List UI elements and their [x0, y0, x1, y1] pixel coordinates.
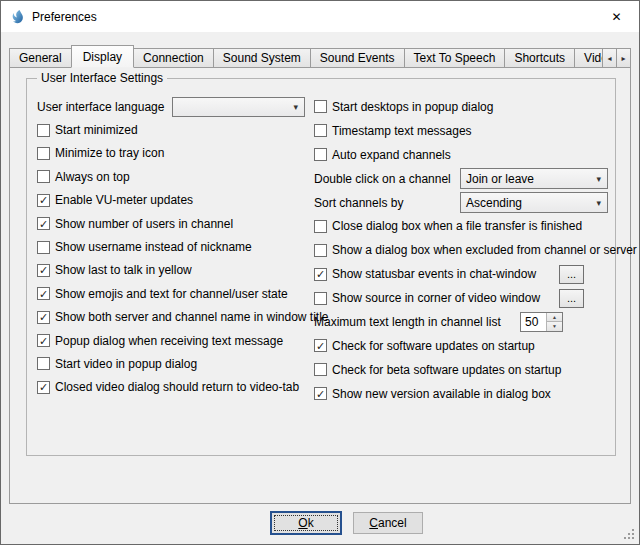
checkbox-box[interactable]: ✓: [314, 387, 327, 400]
checkbox-label: Show number of users in channel: [55, 217, 233, 231]
checkbox-enable-vu-meter[interactable]: ✓ Enable VU-meter updates: [37, 189, 305, 212]
checkbox-label: Check for beta software updates on start…: [332, 363, 561, 377]
checkbox-box[interactable]: [37, 170, 50, 183]
app-icon: [10, 9, 26, 25]
checkbox-box[interactable]: ✓: [37, 194, 50, 207]
checkbox-box[interactable]: ✓: [37, 334, 50, 347]
checkbox-box[interactable]: [314, 244, 327, 257]
checkbox-box[interactable]: ✓: [314, 268, 327, 281]
resize-grip-icon[interactable]: [624, 529, 635, 540]
language-combobox[interactable]: ▾: [172, 97, 305, 117]
checkbox-label: Show last to talk in yellow: [55, 263, 192, 277]
checkbox-box[interactable]: ✓: [37, 381, 50, 394]
checkbox-box[interactable]: ✓: [37, 217, 50, 230]
language-row: User interface language ▾: [37, 95, 305, 118]
checkbox-box[interactable]: [314, 100, 327, 113]
checkbox-box[interactable]: ✓: [314, 339, 327, 352]
spin-down-button[interactable]: ▼: [547, 322, 562, 331]
checkbox-box[interactable]: [314, 124, 327, 137]
language-label: User interface language: [37, 100, 164, 114]
checkbox-new-version-dialog[interactable]: ✓ Show new version available in dialog b…: [314, 382, 608, 406]
checkbox-label: Auto expand channels: [332, 148, 451, 162]
checkbox-label: Show both server and channel name in win…: [55, 310, 329, 324]
checkbox-box[interactable]: [314, 363, 327, 376]
group-title: User Interface Settings: [37, 71, 167, 85]
checkbox-show-username[interactable]: Show username instead of nickname: [37, 235, 305, 258]
checkbox-box[interactable]: [314, 292, 327, 305]
max-text-length-row: Maximum text length in channel list 50 ▲…: [314, 310, 608, 334]
checkbox-server-channel-title[interactable]: ✓ Show both server and channel name in w…: [37, 306, 305, 329]
chevron-down-icon: ▾: [590, 174, 607, 184]
checkbox-box[interactable]: ✓: [37, 311, 50, 324]
checkbox-minimize-to-tray[interactable]: Minimize to tray icon: [37, 142, 305, 165]
checkbox-box[interactable]: [37, 357, 50, 370]
checkbox-show-user-count[interactable]: ✓ Show number of users in channel: [37, 212, 305, 235]
spinner-buttons: ▲ ▼: [546, 313, 562, 331]
checkbox-popup-text-message[interactable]: ✓ Popup dialog when receiving text messa…: [37, 329, 305, 352]
tab-scroll-right-button[interactable]: ▸: [616, 48, 631, 68]
tab-text-to-speech[interactable]: Text To Speech: [404, 48, 506, 68]
checkbox-box[interactable]: [37, 147, 50, 160]
chevron-down-icon: ▾: [590, 198, 607, 208]
checkbox-label: Enable VU-meter updates: [55, 193, 193, 207]
spin-up-button[interactable]: ▲: [547, 313, 562, 322]
checkbox-check-beta-updates[interactable]: Check for beta software updates on start…: [314, 358, 608, 382]
checkbox-last-to-talk[interactable]: ✓ Show last to talk in yellow: [37, 259, 305, 282]
video-source-more-button[interactable]: ...: [559, 289, 584, 308]
checkbox-timestamp-messages[interactable]: Timestamp text messages: [314, 119, 608, 143]
tab-connection[interactable]: Connection: [133, 48, 214, 68]
statusbar-events-more-button[interactable]: ...: [559, 265, 584, 284]
checkbox-start-video-popup[interactable]: Start video in popup dialog: [37, 352, 305, 375]
checkbox-show-emojis[interactable]: ✓ Show emojis and text for channel/user …: [37, 282, 305, 305]
max-text-length-spinner[interactable]: 50 ▲ ▼: [520, 312, 563, 332]
checkbox-box[interactable]: [314, 148, 327, 161]
checkbox-auto-expand-channels[interactable]: Auto expand channels: [314, 143, 608, 167]
user-interface-settings-group: User Interface Settings User interface l…: [26, 78, 616, 456]
checkbox-box[interactable]: [314, 220, 327, 233]
combobox-value: Ascending: [461, 196, 590, 210]
checkbox-start-desktops-popup[interactable]: Start desktops in popup dialog: [314, 95, 608, 119]
max-text-length-label: Maximum text length in channel list: [314, 315, 501, 329]
title-bar[interactable]: Preferences ✕: [1, 1, 639, 32]
sort-channels-combobox[interactable]: Ascending ▾: [460, 192, 608, 213]
tab-general[interactable]: General: [9, 48, 72, 68]
checkbox-label: Start minimized: [55, 123, 138, 137]
double-click-row: Double click on a channel Join or leave …: [314, 167, 608, 191]
checkbox-label: Show new version available in dialog box: [332, 387, 551, 401]
checkbox-label: Always on top: [55, 170, 130, 184]
close-button[interactable]: ✕: [594, 1, 639, 32]
checkbox-always-on-top[interactable]: Always on top: [37, 165, 305, 188]
checkbox-box[interactable]: [37, 241, 50, 254]
checkbox-label: Minimize to tray icon: [55, 146, 164, 160]
left-column: User interface language ▾ Start minimize…: [37, 95, 305, 399]
tab-scrollers: ◂ ▸: [603, 48, 631, 68]
ok-button[interactable]: Ok: [271, 512, 341, 534]
checkbox-label: Closed video dialog should return to vid…: [55, 380, 299, 394]
double-click-combobox[interactable]: Join or leave ▾: [460, 168, 608, 189]
checkbox-close-file-transfer[interactable]: Close dialog box when a file transfer is…: [314, 214, 608, 238]
checkbox-box[interactable]: ✓: [37, 264, 50, 277]
checkbox-check-updates[interactable]: ✓ Check for software updates on startup: [314, 334, 608, 358]
tab-sound-system[interactable]: Sound System: [213, 48, 311, 68]
checkbox-statusbar-events[interactable]: ✓ Show statusbar events in chat-window .…: [314, 262, 608, 286]
tab-sound-events[interactable]: Sound Events: [310, 48, 405, 68]
checkbox-start-minimized[interactable]: Start minimized: [37, 118, 305, 141]
sort-channels-row: Sort channels by Ascending ▾: [314, 191, 608, 215]
checkbox-dialog-when-excluded[interactable]: Show a dialog box when excluded from cha…: [314, 238, 608, 262]
checkbox-label: Show username instead of nickname: [55, 240, 252, 254]
tab-shortcuts[interactable]: Shortcuts: [504, 48, 575, 68]
checkbox-label: Popup dialog when receiving text message: [55, 334, 283, 348]
checkbox-label: Check for software updates on startup: [332, 339, 535, 353]
right-column: Start desktops in popup dialog Timestamp…: [314, 95, 608, 406]
checkbox-box[interactable]: [37, 124, 50, 137]
checkbox-label: Show source in corner of video window: [332, 291, 540, 305]
cancel-button[interactable]: Cancel: [353, 512, 423, 534]
checkbox-label: Show a dialog box when excluded from cha…: [332, 243, 637, 257]
preferences-window: Preferences ✕ General Display Connection…: [0, 0, 640, 545]
checkbox-video-source-corner[interactable]: Show source in corner of video window ..…: [314, 286, 608, 310]
spinner-value: 50: [521, 313, 546, 331]
checkbox-box[interactable]: ✓: [37, 287, 50, 300]
checkbox-closed-video-return[interactable]: ✓ Closed video dialog should return to v…: [37, 376, 305, 399]
tab-scroll-left-button[interactable]: ◂: [602, 48, 617, 68]
tab-display[interactable]: Display: [71, 45, 134, 68]
